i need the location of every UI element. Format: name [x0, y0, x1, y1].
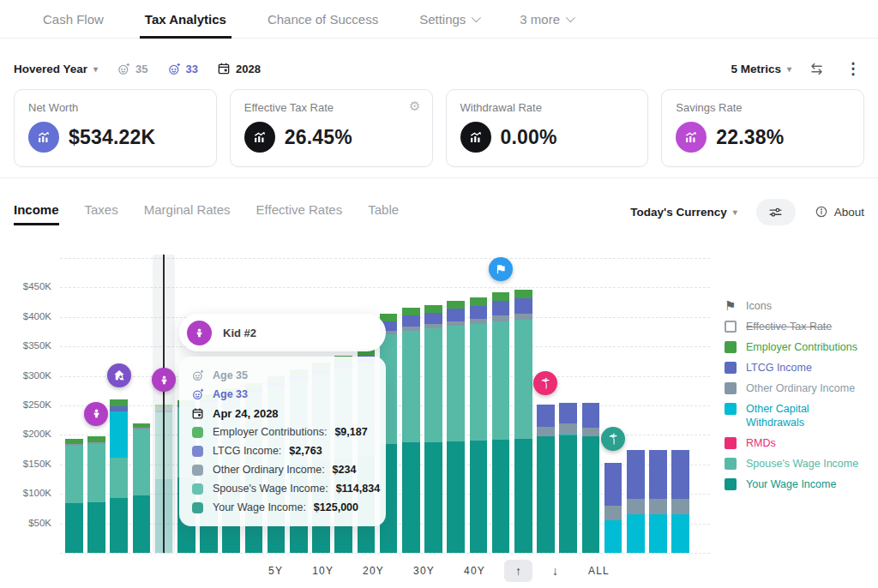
bar-segment[interactable] [110, 406, 128, 411]
bar-segment[interactable] [559, 435, 577, 553]
bar-segment[interactable] [649, 514, 667, 553]
bar-segment[interactable] [424, 305, 442, 313]
bar-segment[interactable] [559, 403, 577, 424]
bar-segment[interactable] [402, 331, 420, 443]
bar-segment[interactable] [133, 429, 151, 495]
range-40y-button[interactable]: 40Y [454, 559, 496, 583]
bar-segment[interactable] [671, 499, 689, 514]
flag-icon[interactable] [489, 257, 513, 281]
bar-segment[interactable] [110, 498, 128, 553]
bar-segment[interactable] [649, 499, 667, 514]
bar-segment[interactable] [514, 298, 532, 313]
scroll-up-button[interactable]: ↑ [504, 560, 532, 582]
legend-item-ltcg-income[interactable]: LTCG Income [725, 361, 875, 375]
swap-metrics-button[interactable] [809, 61, 825, 77]
bar-segment[interactable] [582, 436, 600, 553]
tab-income[interactable]: Income [14, 202, 59, 227]
bar-segment[interactable] [424, 313, 442, 324]
bar-segment[interactable] [470, 297, 488, 306]
bar-segment[interactable] [87, 436, 105, 441]
bar-segment[interactable] [537, 436, 555, 553]
bar-segment[interactable] [514, 439, 532, 553]
range-10y-button[interactable]: 10Y [302, 559, 344, 583]
bar-segment[interactable] [87, 442, 105, 444]
bar-segment[interactable] [65, 439, 83, 444]
bar-segment[interactable] [155, 405, 173, 410]
chart-settings-button[interactable] [756, 199, 796, 225]
bar-segment[interactable] [424, 328, 442, 442]
bar-segment[interactable] [604, 520, 622, 553]
range-20y-button[interactable]: 20Y [352, 559, 394, 583]
bar-segment[interactable] [559, 435, 577, 435]
bar-segment[interactable] [424, 442, 442, 553]
legend-item-employer-contributions[interactable]: Employer Contributions [725, 340, 875, 354]
bar-segment[interactable] [133, 423, 151, 429]
bar-segment[interactable] [402, 442, 420, 553]
bar-segment[interactable] [65, 444, 83, 446]
bar-segment[interactable] [492, 440, 510, 553]
bar-segment[interactable] [627, 514, 645, 553]
tab-table[interactable]: Table [368, 202, 399, 227]
bar-segment[interactable] [402, 308, 420, 315]
nav-item-settings[interactable]: Settings [419, 0, 478, 39]
bar-segment[interactable] [537, 427, 555, 436]
bar-segment[interactable] [424, 324, 442, 328]
gear-icon[interactable]: ⚙ [409, 99, 420, 114]
bar-segment[interactable] [447, 301, 465, 309]
legend-item-spouses-wage-income[interactable]: Spouse's Wage Income [725, 457, 875, 471]
hovered-year-dropdown[interactable]: Hovered Year▾ [14, 63, 98, 75]
bar-segment[interactable] [604, 506, 622, 520]
bar-segment[interactable] [492, 301, 510, 316]
about-button[interactable]: About [815, 205, 864, 219]
bar-segment[interactable] [514, 314, 532, 321]
bar-segment[interactable] [402, 327, 420, 331]
bar-segment[interactable] [470, 441, 488, 553]
bar-segment[interactable] [582, 428, 600, 436]
nav-item-cash-flow[interactable]: Cash Flow [43, 0, 104, 39]
more-options-button[interactable]: ⋮ [842, 61, 864, 76]
palm-icon[interactable] [601, 427, 625, 451]
bar-segment[interactable] [627, 499, 645, 514]
bar-segment[interactable] [582, 403, 600, 428]
bar-segment[interactable] [627, 450, 645, 499]
bar-segment[interactable] [155, 410, 173, 411]
bar-segment[interactable] [447, 326, 465, 441]
metrics-dropdown[interactable]: 5 Metrics▾ [731, 63, 791, 75]
scroll-down-button[interactable]: ↓ [541, 560, 569, 582]
bar-segment[interactable] [155, 479, 173, 553]
range-30y-button[interactable]: 30Y [403, 559, 445, 583]
bar-segment[interactable] [649, 450, 667, 499]
palm-icon[interactable] [533, 371, 557, 395]
kid-icon[interactable] [84, 402, 108, 426]
range-5y-button[interactable]: 5Y [258, 559, 293, 583]
bar-segment[interactable] [559, 423, 577, 434]
home-search-icon[interactable] [107, 363, 131, 387]
bar-segment[interactable] [133, 428, 151, 429]
nav-item-chance-of-success[interactable]: Chance of Success [268, 0, 378, 39]
bar-segment[interactable] [537, 405, 555, 427]
bar-segment[interactable] [492, 315, 510, 321]
bar-segment[interactable] [402, 315, 420, 327]
legend-item-effective-tax-rate[interactable]: Effective Tax Rate [725, 320, 875, 333]
legend-item-rmds[interactable]: RMDs [725, 436, 875, 450]
bar-segment[interactable] [447, 309, 465, 321]
bar-segment[interactable] [65, 503, 83, 553]
bar-segment[interactable] [110, 399, 128, 406]
tab-taxes[interactable]: Taxes [85, 202, 118, 227]
bar-segment[interactable] [447, 321, 465, 327]
bar-segment[interactable] [155, 411, 173, 479]
bar-segment[interactable] [671, 450, 689, 499]
bar-segment[interactable] [470, 324, 488, 441]
range-all-button[interactable]: ALL [578, 559, 620, 583]
bar-segment[interactable] [470, 319, 488, 324]
bar-segment[interactable] [492, 292, 510, 301]
bar-segment[interactable] [65, 446, 83, 503]
nav-item-tax-analytics[interactable]: Tax Analytics [145, 0, 226, 39]
bar-segment[interactable] [470, 306, 488, 319]
bar-segment[interactable] [133, 495, 151, 553]
legend-item-your-wage-income[interactable]: Your Wage Income [725, 477, 875, 491]
bar-segment[interactable] [447, 441, 465, 553]
legend-item-other-ordinary-income[interactable]: Other Ordinary Income [725, 381, 875, 395]
bar-segment[interactable] [87, 502, 105, 553]
bar-segment[interactable] [604, 463, 622, 506]
